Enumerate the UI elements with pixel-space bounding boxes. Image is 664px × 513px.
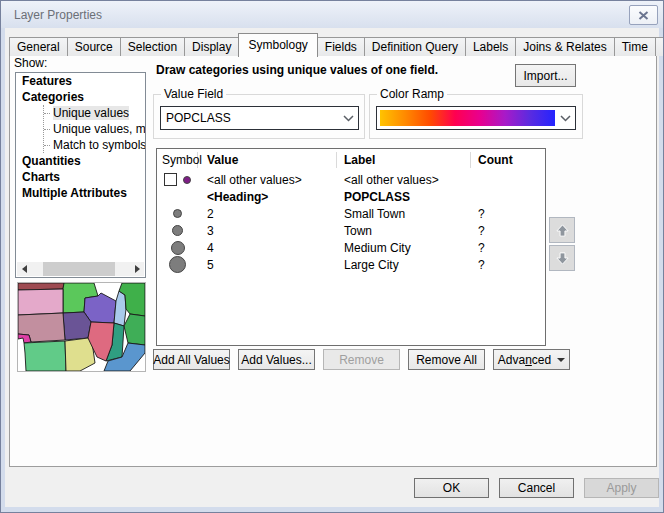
tree-item-multiple-attributes[interactable]: Multiple Attributes <box>16 185 145 201</box>
table-row[interactable]: 5Large City? <box>157 256 545 273</box>
value-cell: 3 <box>198 224 337 238</box>
symbol-cell[interactable] <box>157 225 198 236</box>
point-symbol-icon <box>172 225 183 236</box>
window-frame-right <box>659 28 663 512</box>
count-cell: ? <box>471 258 521 272</box>
tab-html-popup[interactable]: HTML Popup <box>655 37 664 56</box>
column-header-symbol: Symbol <box>157 152 198 168</box>
all-other-values-checkbox[interactable] <box>164 173 177 186</box>
window-frame-bottom <box>1 507 663 512</box>
symbol-cell[interactable] <box>157 241 198 255</box>
remove-button[interactable]: Remove <box>323 349 400 370</box>
value-cell: 5 <box>198 258 337 272</box>
table-action-buttons: Add All ValuesAdd Values...RemoveRemove … <box>153 349 570 370</box>
column-header-label: Label <box>337 152 471 168</box>
menu-caret-icon <box>557 358 565 362</box>
table-row[interactable]: <all other values><all other values> <box>157 171 545 188</box>
move-down-button[interactable] <box>549 245 575 271</box>
color-ramp-dropdown[interactable] <box>376 106 576 130</box>
dialog-title: Layer Properties <box>14 8 102 22</box>
ok-button[interactable]: OK <box>414 478 489 498</box>
value-field-group: Value Field POPCLASS <box>153 94 365 139</box>
tab-joins-relates[interactable]: Joins & Relates <box>515 37 614 56</box>
tree-item-categories[interactable]: Categories <box>16 89 145 105</box>
tree-item-quantities[interactable]: Quantities <box>16 153 145 169</box>
tree-item-charts[interactable]: Charts <box>16 169 145 185</box>
table-row[interactable]: <Heading>POPCLASS <box>157 188 545 205</box>
point-symbol-icon <box>171 241 185 255</box>
tree-item-match-to-symbols-in-a[interactable]: Match to symbols in a <box>44 137 145 153</box>
tree-item-features[interactable]: Features <box>16 73 145 89</box>
color-ramp-group: Color Ramp <box>369 94 583 139</box>
label-cell: POPCLASS <box>337 190 471 204</box>
add-values-button[interactable]: Add Values... <box>238 349 315 370</box>
arrow-up-icon <box>555 223 570 238</box>
map-preview-image <box>18 283 145 371</box>
close-icon <box>638 11 649 20</box>
tab-general[interactable]: General <box>9 37 68 56</box>
value-cell: 2 <box>198 207 337 221</box>
tree-item-unique-values-many[interactable]: Unique values, many <box>44 121 145 137</box>
tab-labels[interactable]: Labels <box>465 37 516 56</box>
tab-symbology[interactable]: Symbology <box>238 33 317 57</box>
tab-definition-query[interactable]: Definition Query <box>364 37 466 56</box>
value-cell: <Heading> <box>198 190 337 204</box>
color-ramp-swatch <box>380 110 555 126</box>
title-bar: Layer Properties <box>1 1 663 28</box>
table-row[interactable]: 2Small Town? <box>157 205 545 222</box>
tree-item-unique-values[interactable]: Unique values <box>44 105 145 121</box>
tab-display[interactable]: Display <box>184 37 239 56</box>
apply-button[interactable]: Apply <box>584 478 659 498</box>
label-cell: Small Town <box>337 207 471 221</box>
label-cell: <all other values> <box>337 173 471 187</box>
add-all-values-button[interactable]: Add All Values <box>153 349 230 370</box>
chevron-down-icon <box>338 115 358 122</box>
close-button[interactable] <box>629 5 658 25</box>
count-cell: ? <box>471 241 521 255</box>
column-header-count: Count <box>471 152 521 168</box>
show-tree: FeaturesCategoriesUnique valuesUnique va… <box>15 72 146 278</box>
import-button[interactable]: Import... <box>515 64 576 87</box>
unique-values-table: SymbolValueLabelCount <all other values>… <box>156 148 546 346</box>
value-field-dropdown[interactable]: POPCLASS <box>160 106 359 130</box>
tab-time[interactable]: Time <box>614 37 656 56</box>
point-symbol-icon <box>173 209 182 218</box>
label-cell: Town <box>337 224 471 238</box>
show-label: Show: <box>14 56 47 70</box>
remove-all-button[interactable]: Remove All <box>408 349 485 370</box>
value-cell: 4 <box>198 241 337 255</box>
label-cell: Large City <box>337 258 471 272</box>
tab-source[interactable]: Source <box>67 37 121 56</box>
window-frame-left <box>1 28 5 512</box>
cancel-button[interactable]: Cancel <box>499 478 574 498</box>
point-symbol-icon <box>183 176 191 184</box>
scroll-right-arrow-icon[interactable] <box>130 262 144 276</box>
value-field-selected: POPCLASS <box>161 111 338 125</box>
symbol-cell[interactable] <box>157 256 198 273</box>
table-row[interactable]: 3Town? <box>157 222 545 239</box>
count-cell: ? <box>471 207 521 221</box>
symbol-cell[interactable] <box>157 173 198 186</box>
tab-selection[interactable]: Selection <box>120 37 185 56</box>
point-symbol-icon <box>169 256 186 273</box>
layer-properties-dialog: Layer Properties GeneralSourceSelectionD… <box>0 0 664 513</box>
map-preview <box>17 282 146 372</box>
symbol-cell[interactable] <box>157 209 198 218</box>
scroll-left-arrow-icon[interactable] <box>17 262 31 276</box>
chevron-down-icon <box>555 115 575 122</box>
value-field-label: Value Field <box>161 87 226 101</box>
label-cell: Medium City <box>337 241 471 255</box>
arrow-down-icon <box>555 251 570 266</box>
table-header: SymbolValueLabelCount <box>157 149 545 171</box>
column-header-value: Value <box>198 152 337 168</box>
tree-horizontal-scrollbar[interactable] <box>17 262 144 276</box>
move-up-button[interactable] <box>549 217 575 243</box>
color-ramp-label: Color Ramp <box>377 87 447 101</box>
tab-fields[interactable]: Fields <box>317 37 365 56</box>
scrollbar-thumb[interactable] <box>43 262 115 276</box>
tab-strip: GeneralSourceSelectionDisplaySymbologyFi… <box>9 33 664 56</box>
advanced-button[interactable]: Advanced <box>493 349 570 370</box>
value-cell: <all other values> <box>198 173 337 187</box>
table-row[interactable]: 4Medium City? <box>157 239 545 256</box>
panel-heading: Draw categories using unique values of o… <box>156 63 516 77</box>
